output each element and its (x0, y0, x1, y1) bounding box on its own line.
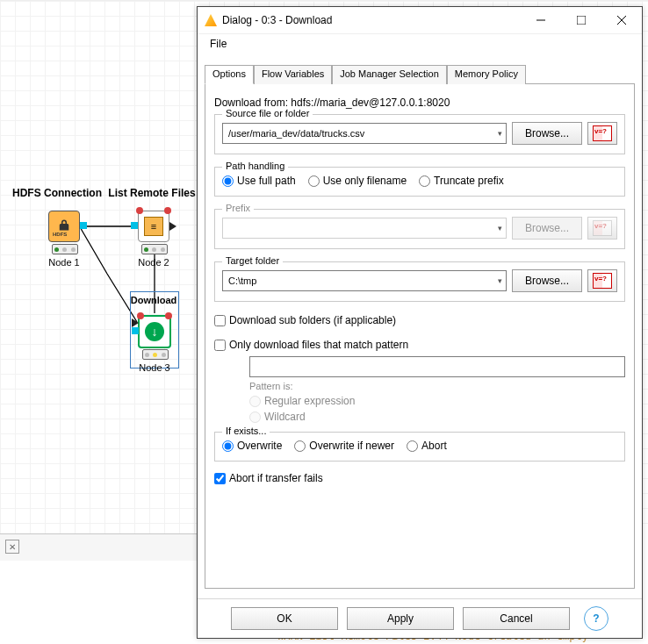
tab-options[interactable]: Options (205, 65, 254, 84)
flow-var-out-icon (164, 207, 171, 214)
node-download[interactable]: ↓ Node 3 (138, 315, 171, 348)
flowvar-icon (593, 273, 612, 289)
prefix-flowvar-button (587, 217, 617, 240)
node-list-remote-files[interactable]: ≡ Node 2 (138, 211, 169, 242)
target-folder-value: C:\tmp (228, 275, 256, 286)
radio-overwrite[interactable]: Overwrite (222, 440, 282, 452)
in-port[interactable] (131, 222, 138, 229)
target-flowvar-button[interactable] (587, 269, 617, 292)
bottom-pane: ✕ (0, 533, 197, 561)
data-in-port[interactable] (132, 318, 139, 327)
node-label: Node 3 (128, 362, 181, 373)
prefix-combo: ▾ (222, 218, 507, 239)
help-button[interactable]: ? (584, 606, 608, 631)
options-panel: Download from: hdfs://maria_dev@127.0.0.… (205, 84, 635, 589)
close-button[interactable] (601, 7, 642, 33)
download-icon: ↓ (145, 322, 164, 341)
close-panel-icon[interactable]: ✕ (5, 540, 19, 554)
menu-file[interactable]: File (205, 36, 232, 52)
node-label: Node 2 (127, 257, 180, 268)
node-status (52, 244, 78, 254)
target-folder-combo[interactable]: C:\tmp▾ (222, 270, 507, 291)
flowvar-icon (593, 125, 612, 141)
out-port[interactable] (169, 222, 176, 231)
source-legend: Source file or folder (222, 108, 313, 118)
source-flowvar-button[interactable] (587, 122, 617, 145)
radio-use-only-filename[interactable]: Use only filename (308, 175, 407, 187)
flow-var-in-icon (136, 207, 143, 214)
radio-regex: Regular expression (249, 395, 625, 407)
chevron-down-icon: ▾ (498, 224, 502, 233)
pattern-is-label: Pattern is: (249, 381, 625, 391)
svg-rect-0 (577, 16, 586, 25)
hdfs-badge: HDFS (53, 232, 67, 237)
apply-button[interactable]: Apply (347, 607, 454, 630)
node-hdfs-connection[interactable]: HDFS Node 1 (48, 211, 80, 242)
source-browse-button[interactable]: Browse... (512, 122, 582, 145)
minimize-icon (536, 16, 545, 25)
tab-job-manager[interactable]: Job Manager Selection (332, 65, 447, 84)
dialog-title: Dialog - 0:3 - Download (222, 14, 521, 26)
check-abort-transfer-fails[interactable]: Abort if transfer fails (214, 472, 625, 484)
prefix-legend: Prefix (222, 203, 254, 213)
out-port[interactable] (80, 222, 87, 229)
chevron-down-icon: ▾ (498, 276, 502, 285)
radio-overwrite-newer[interactable]: Overwrite if newer (294, 440, 394, 452)
radio-wildcard: Wildcard (249, 411, 625, 423)
download-from-label: Download from: hdfs://maria_dev@127.0.0.… (214, 97, 625, 109)
ifexists-legend: If exists... (222, 426, 270, 436)
radio-truncate-prefix[interactable]: Truncate prefix (419, 175, 504, 187)
app-icon (205, 14, 217, 26)
in-port[interactable] (132, 327, 139, 334)
node1-title: HDFS Connection (12, 187, 102, 199)
check-match-pattern[interactable]: Only download files that match pattern (214, 339, 625, 351)
node-status (142, 349, 169, 360)
flow-var-out-icon (165, 312, 172, 319)
dialog-footer: OK Apply Cancel ? (198, 598, 642, 638)
node2-title: List Remote Files (108, 187, 195, 199)
node-label: Node 1 (38, 257, 90, 268)
node-status (141, 244, 168, 254)
tab-memory-policy[interactable]: Memory Policy (447, 65, 526, 84)
target-browse-button[interactable]: Browse... (512, 269, 582, 292)
configure-dialog: Dialog - 0:3 - Download File Options Flo… (197, 6, 643, 639)
prefix-browse-button: Browse... (512, 217, 582, 240)
radio-use-full-path[interactable]: Use full path (222, 175, 296, 187)
maximize-icon (577, 16, 586, 25)
radio-abort[interactable]: Abort (407, 440, 447, 452)
cancel-button[interactable]: Cancel (463, 607, 570, 630)
ok-button[interactable]: OK (231, 607, 338, 630)
close-icon (617, 16, 626, 25)
maximize-button[interactable] (561, 7, 601, 33)
pattern-input (249, 356, 625, 377)
tab-flow-variables[interactable]: Flow Variables (254, 65, 332, 84)
chevron-down-icon: ▾ (498, 129, 502, 138)
source-path-combo[interactable]: /user/maria_dev/data/trucks.csv▾ (222, 123, 507, 144)
list-icon: ≡ (144, 217, 163, 236)
menu-bar: File (198, 34, 642, 54)
minimize-button[interactable] (521, 7, 561, 33)
source-path-value: /user/maria_dev/data/trucks.csv (228, 128, 364, 139)
check-download-subfolders[interactable]: Download sub folders (if applicable) (214, 314, 625, 326)
flowvar-icon (593, 220, 612, 236)
path-handling-legend: Path handling (222, 161, 288, 171)
target-legend: Target folder (222, 255, 283, 266)
node3-title: Download (130, 295, 177, 305)
title-bar[interactable]: Dialog - 0:3 - Download (198, 7, 642, 34)
